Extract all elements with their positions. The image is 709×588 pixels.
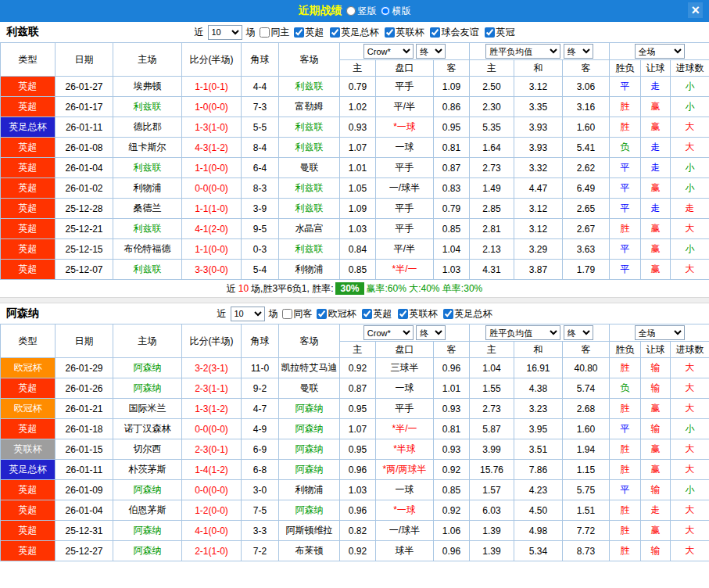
avg-home-odds: 1.57 (470, 480, 514, 500)
league-type-badge: 英超 (1, 500, 56, 521)
bookmaker-select[interactable]: Crow* (363, 325, 414, 340)
home-team: 埃弗顿 (113, 77, 182, 97)
layout-option-horizontal[interactable]: 横版 (381, 5, 411, 18)
match-row: 英超26-01-04伯恩茅斯1-2(0-0)7-5阿森纳0.96*一球0.926… (1, 500, 709, 521)
league-filter[interactable]: 英冠 (485, 26, 515, 39)
league-filter[interactable]: 英超 (294, 26, 324, 39)
away-team: 阿森纳 (279, 439, 340, 460)
league-checkbox[interactable] (362, 309, 372, 319)
same-venue-checkbox[interactable] (282, 309, 292, 319)
match-row: 英超25-12-31阿森纳4-1(0-0)3-3阿斯顿维拉0.82一/球半1.0… (1, 521, 709, 541)
same-venue-filter[interactable]: 同客 (282, 307, 313, 321)
league-filter[interactable]: 英联杯 (398, 307, 438, 321)
match-date: 26-01-29 (56, 358, 113, 378)
league-label: 英足总杯 (455, 307, 492, 321)
odds-home: 1.03 (340, 219, 376, 239)
handicap-line: 平/半 (376, 97, 434, 117)
result-outcome: 胜 (610, 521, 641, 541)
layout-option-vertical[interactable]: 竖版 (346, 5, 377, 18)
match-count-select[interactable]: 10 (231, 307, 265, 321)
layout-radio-group: 近期战绩 竖版 横版 (299, 4, 411, 18)
odds-stage-select[interactable]: 终 (416, 325, 446, 340)
league-filter[interactable]: 英联杯 (385, 26, 424, 39)
league-checkbox[interactable] (398, 309, 408, 319)
away-team: 利物浦 (279, 260, 340, 280)
horizontal-radio[interactable] (381, 6, 390, 16)
match-date: 26-01-21 (56, 399, 113, 419)
avg-metric-select[interactable]: 胜平负均值 (485, 44, 560, 59)
result-outcome: 胜 (610, 358, 641, 378)
odds-away: 0.86 (434, 97, 470, 117)
away-team: 曼联 (279, 378, 340, 399)
match-count-select[interactable]: 10 (208, 25, 242, 40)
avg-draw-odds: 3.93 (514, 138, 563, 158)
same-venue-checkbox[interactable] (260, 27, 270, 38)
avg-away-odds: 1.79 (563, 260, 610, 280)
odds-home: 0.93 (340, 117, 376, 138)
result-outcome: 胜 (610, 219, 641, 239)
league-label: 球会友谊 (442, 26, 479, 39)
league-checkbox[interactable] (443, 309, 453, 319)
avg-away-odds: 1.51 (563, 500, 610, 521)
league-filter[interactable]: 英超 (362, 307, 392, 321)
result-handicap: 赢 (641, 239, 671, 260)
league-checkbox[interactable] (330, 27, 340, 38)
result-outcome: 平 (610, 178, 641, 199)
league-type-badge: 欧冠杯 (1, 358, 56, 378)
close-icon[interactable]: × (688, 2, 703, 18)
away-team: 利兹联 (279, 178, 340, 199)
avg-stage-select[interactable]: 终 (564, 44, 593, 59)
avg-draw-odds: 3.12 (514, 199, 563, 219)
avg-metric-select[interactable]: 胜平负均值 (485, 325, 560, 340)
league-type-badge: 英超 (1, 378, 56, 399)
corner-count: 6-4 (242, 158, 279, 178)
handicap-line: *半球 (376, 439, 434, 460)
scope-select[interactable]: 全场 (635, 325, 685, 340)
match-row: 英超25-12-21利兹联4-1(2-0)9-5水晶宫1.03平手0.852.8… (1, 219, 709, 239)
avg-away-odds: 2.68 (563, 399, 610, 419)
avg-away-odds: 2.67 (563, 219, 610, 239)
home-team: 布伦特福德 (113, 239, 182, 260)
avg-draw-odds: 3.51 (514, 439, 563, 460)
avg-away-odds: 5.74 (563, 378, 610, 399)
result-goals: 小 (671, 178, 709, 199)
league-filter[interactable]: 英足总杯 (330, 26, 379, 39)
league-type-badge: 英超 (1, 219, 56, 239)
league-checkbox[interactable] (485, 27, 495, 38)
vertical-radio[interactable] (346, 6, 356, 16)
scope-select[interactable]: 全场 (635, 44, 685, 59)
result-outcome: 胜 (610, 117, 641, 138)
match-score: 4-3(1-2) (182, 138, 242, 158)
league-filter[interactable]: 球会友谊 (430, 26, 479, 39)
handicap-line: *半/一 (376, 419, 434, 439)
league-filter[interactable]: 欧冠杯 (317, 307, 356, 321)
match-score: 2-3(0-1) (182, 439, 242, 460)
match-score: 1-4(1-2) (182, 460, 242, 480)
away-team: 利兹联 (279, 239, 340, 260)
match-date: 25-12-27 (56, 541, 113, 561)
result-handicap: 输 (641, 419, 671, 439)
league-label: 英超 (374, 307, 392, 321)
odds-away: 0.85 (434, 480, 470, 500)
match-row: 英超25-12-28桑德兰1-1(1-0)3-9利兹联1.09平手0.792.8… (1, 199, 709, 219)
match-date: 26-01-27 (56, 77, 113, 97)
avg-home-odds: 2.50 (470, 77, 514, 97)
league-checkbox[interactable] (294, 27, 304, 38)
bookmaker-select[interactable]: Crow* (363, 44, 414, 59)
avg-away-odds: 3.16 (563, 97, 610, 117)
odds-home: 1.09 (340, 199, 376, 219)
match-date: 26-01-08 (56, 138, 113, 158)
avg-stage-select[interactable]: 终 (564, 325, 593, 340)
league-checkbox[interactable] (385, 27, 395, 38)
league-checkbox[interactable] (430, 27, 440, 38)
avg-draw-odds: 3.95 (514, 419, 563, 439)
league-checkbox[interactable] (317, 309, 327, 319)
sub-header-away-odds: 客 (434, 342, 470, 358)
col-header-date: 日期 (56, 324, 113, 358)
result-handicap: 赢 (641, 460, 671, 480)
odds-stage-select[interactable]: 终 (416, 44, 446, 59)
same-venue-filter[interactable]: 同主 (260, 26, 290, 39)
league-filter[interactable]: 英足总杯 (443, 307, 492, 321)
match-score: 0-0(0-0) (182, 178, 242, 199)
league-type-badge: 英超 (1, 158, 56, 178)
